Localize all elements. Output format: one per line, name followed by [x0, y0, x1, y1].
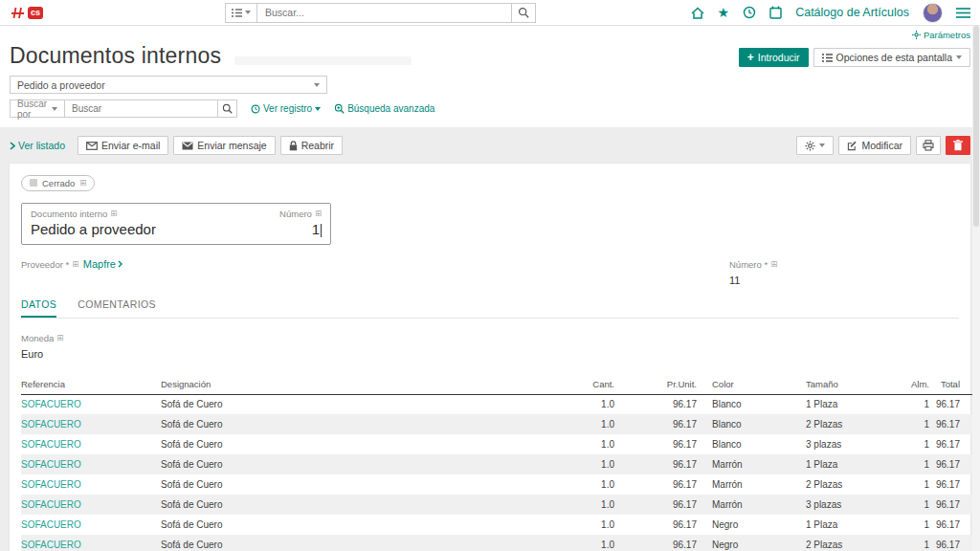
row-cant: 1.0 [505, 495, 614, 515]
home-icon[interactable] [691, 7, 704, 19]
row-referencia: SOFACUERO [21, 515, 161, 535]
help-icon[interactable]: ⊞ [72, 259, 78, 269]
help-icon[interactable]: ⊞ [56, 333, 63, 342]
row-total: 96.17 [929, 434, 960, 454]
user-avatar[interactable] [923, 3, 943, 23]
global-search-input[interactable] [257, 3, 512, 23]
row-referencia-link[interactable]: SOFACUERO [21, 419, 81, 430]
modificar-button[interactable]: Modificar [838, 136, 911, 155]
calendar-icon[interactable] [769, 6, 782, 19]
app-logo[interactable]: cs [10, 6, 43, 20]
busqueda-avanzada-link[interactable]: Búsqueda avanzada [334, 103, 434, 114]
help-icon[interactable]: ⊞ [110, 209, 117, 218]
delete-button[interactable] [946, 136, 970, 155]
chevron-right-icon [118, 260, 122, 268]
chevron-down-icon [52, 107, 57, 111]
row-cant: 1.0 [505, 474, 614, 495]
row-color: Marrón [697, 454, 791, 474]
settings-dropdown-button[interactable] [796, 136, 834, 155]
filter-search-input[interactable] [65, 99, 218, 118]
row-referencia: SOFACUERO [21, 414, 161, 434]
introducir-button[interactable]: + Introducir [739, 48, 809, 67]
ver-registro-link[interactable]: Ver registro [251, 103, 321, 114]
view-selector-button[interactable] [225, 3, 257, 23]
row-referencia: SOFACUERO [21, 454, 161, 474]
row-referencia-link[interactable]: SOFACUERO [21, 499, 81, 510]
opciones-pantalla-button[interactable]: Opciones de esta pantalla [813, 48, 970, 67]
enviar-email-button[interactable]: Enviar e-mail [78, 136, 168, 155]
row-referencia: SOFACUERO [21, 394, 161, 414]
edit-icon [847, 141, 858, 151]
row-total: 96.17 [929, 394, 960, 414]
gear-icon [805, 141, 815, 151]
current-module-title[interactable]: Catálogo de Artículos [795, 6, 909, 19]
logo-mark-icon [10, 6, 26, 20]
row-color: Marrón [697, 474, 791, 495]
envelope-icon [86, 142, 98, 150]
row-total: 96.17 [929, 515, 960, 535]
buscar-por-select[interactable]: Buscar por [10, 99, 65, 118]
tab-datos[interactable]: DATOS [21, 298, 56, 318]
menu-icon[interactable] [956, 8, 970, 18]
row-referencia-link[interactable]: SOFACUERO [21, 540, 81, 550]
help-icon[interactable]: ⊞ [770, 259, 777, 269]
print-button[interactable] [916, 136, 941, 155]
row-tamano: 2 Plazas [791, 414, 910, 434]
proveedor-value-link[interactable]: Mapfre [83, 258, 122, 270]
row-prunit: 96.17 [614, 535, 697, 551]
ver-listado-link[interactable]: Ver listado [10, 140, 65, 151]
table-row: SOFACUEROSofá de Cuero1.096.17Blanco1 Pl… [21, 394, 980, 414]
chevron-down-icon [956, 55, 962, 59]
row-tamano: 1 Plaza [791, 515, 910, 535]
search-plus-icon [334, 103, 345, 114]
status-label: Cerrado [42, 178, 75, 188]
scrollbar[interactable] [972, 26, 980, 551]
parametros-link[interactable]: Parámetros [10, 28, 970, 41]
row-referencia-link[interactable]: SOFACUERO [21, 439, 81, 450]
topbar-actions: ★ Catálogo de Artículos [691, 3, 970, 23]
row-referencia: SOFACUERO [21, 495, 161, 515]
help-icon[interactable]: ⊞ [315, 209, 322, 218]
row-alm: 1 [910, 414, 929, 434]
detail-tabs: DATOS COMENTARIOS [21, 298, 959, 318]
help-icon[interactable]: ⊞ [79, 178, 86, 187]
row-referencia: SOFACUERO [21, 434, 161, 454]
row-color: Blanco [697, 434, 791, 454]
global-search-button[interactable] [512, 3, 536, 23]
moneda-field: Moneda⊞ Euro [21, 328, 959, 360]
status-icon [30, 179, 37, 187]
row-cant: 1.0 [505, 454, 614, 474]
row-prunit: 96.17 [614, 434, 697, 454]
star-icon[interactable]: ★ [718, 5, 730, 20]
row-total: 96.17 [929, 495, 960, 515]
row-alm: 1 [910, 434, 929, 454]
row-prunit: 96.17 [614, 454, 697, 474]
clock-icon [251, 104, 260, 114]
enviar-mensaje-button[interactable]: Enviar mensaje [173, 136, 275, 155]
global-search-group [225, 3, 536, 23]
row-tamano: 1 Plaza [791, 454, 910, 474]
row-referencia-link[interactable]: SOFACUERO [21, 519, 81, 530]
content-area: Ver listado Enviar e-mail Enviar mensaje… [0, 127, 980, 551]
row-alm: 1 [910, 394, 929, 414]
faded-subtitle [234, 56, 412, 65]
filter-search-button[interactable] [218, 99, 237, 118]
col-total: Total [929, 375, 960, 395]
clock-icon[interactable] [743, 6, 756, 19]
document-type-select[interactable]: Pedido a proveedor [10, 76, 327, 94]
tab-comentarios[interactable]: COMENTARIOS [78, 298, 156, 318]
row-referencia-link[interactable]: SOFACUERO [21, 399, 81, 409]
document-field-box[interactable]: Documento interno⊞ Número⊞ Pedido a prov… [21, 203, 331, 245]
row-prunit: 96.17 [614, 394, 697, 414]
gear-icon [912, 31, 921, 39]
row-referencia-link[interactable]: SOFACUERO [21, 459, 81, 470]
row-prunit: 96.17 [614, 474, 697, 495]
row-alm: 1 [910, 474, 929, 495]
table-row: SOFACUEROSofá de Cuero1.096.17Marrón2 Pl… [21, 474, 980, 495]
row-referencia-link[interactable]: SOFACUERO [21, 479, 81, 490]
scrollbar-thumb[interactable] [973, 26, 979, 227]
numero-value[interactable]: 1 [312, 221, 322, 237]
documento-interno-value[interactable]: Pedido a proveedor [31, 221, 156, 237]
reabrir-button[interactable]: Reabrir [280, 136, 343, 155]
parametros-label: Parámetros [924, 30, 970, 40]
